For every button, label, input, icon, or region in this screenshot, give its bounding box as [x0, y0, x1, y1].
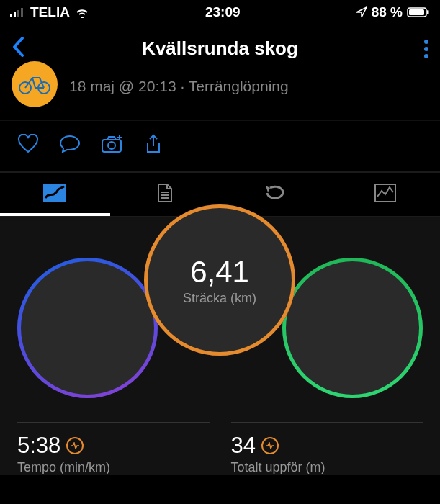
- svg-rect-3: [21, 8, 23, 17]
- gauges: 36:07 Tid 427 Kalorier 6,41 Sträcka (km): [0, 217, 440, 412]
- signal-icon: [10, 7, 26, 17]
- wifi-icon: [74, 6, 90, 18]
- activity-row: 18 maj @ 20:13 · Terränglöpning: [0, 77, 440, 120]
- comment-button[interactable]: [59, 134, 81, 158]
- stat-climb-label: Totalt uppför (m): [231, 460, 423, 475]
- comment-icon: [59, 134, 81, 154]
- activity-meta: 18 maj @ 20:13 · Terränglöpning: [69, 78, 289, 95]
- svg-rect-0: [10, 14, 12, 17]
- stat-pace[interactable]: 5:38 Tempo (min/km): [17, 422, 210, 475]
- like-button[interactable]: [17, 134, 39, 158]
- tab-map[interactable]: [0, 173, 110, 216]
- nav-bar: Kvällsrunda skog: [0, 23, 440, 77]
- loop-icon: [263, 184, 287, 202]
- svg-rect-12: [375, 184, 395, 202]
- status-time: 23:09: [205, 4, 241, 20]
- status-bar: TELIA 23:09 88 %: [0, 0, 440, 23]
- gauge-calories[interactable]: 427 Kalorier: [282, 258, 423, 398]
- chart-icon: [374, 184, 396, 202]
- camera-icon: [101, 134, 124, 154]
- stat-pace-label: Tempo (min/km): [17, 460, 210, 475]
- stats: 5:38 Tempo (min/km) 34 Totalt uppför (m): [0, 412, 440, 475]
- tab-charts[interactable]: [330, 173, 440, 216]
- stat-pace-value: 5:38: [17, 433, 60, 459]
- pulse-icon: [66, 437, 84, 454]
- activity-type: Terränglöpning: [189, 78, 289, 94]
- svg-rect-6: [427, 10, 429, 14]
- more-button[interactable]: [424, 40, 428, 58]
- share-icon: [144, 134, 163, 156]
- document-icon: [156, 183, 174, 203]
- location-icon: [356, 6, 367, 18]
- heart-icon: [17, 134, 39, 154]
- activity-datetime: 18 maj @ 20:13: [69, 78, 176, 94]
- pulse-icon: [261, 437, 279, 454]
- page-title: Kvällsrunda skog: [142, 37, 298, 60]
- status-right: 88 %: [356, 4, 430, 20]
- stat-climb[interactable]: 34 Totalt uppför (m): [231, 422, 423, 475]
- svg-rect-1: [14, 12, 16, 17]
- status-left: TELIA: [10, 4, 90, 20]
- svg-rect-2: [17, 10, 19, 17]
- map-icon: [42, 184, 67, 202]
- camera-button[interactable]: [101, 134, 124, 158]
- stat-climb-value: 34: [231, 433, 256, 459]
- battery-text: 88 %: [372, 4, 403, 20]
- gauge-distance[interactable]: 6,41 Sträcka (km): [144, 204, 295, 356]
- svg-rect-5: [409, 9, 424, 15]
- back-button[interactable]: [12, 36, 24, 61]
- share-button[interactable]: [144, 134, 163, 158]
- carrier-label: TELIA: [30, 4, 70, 20]
- gauge-time[interactable]: 36:07 Tid: [17, 258, 158, 398]
- battery-icon: [407, 6, 430, 18]
- svg-point-10: [108, 142, 115, 149]
- action-row: [0, 120, 440, 171]
